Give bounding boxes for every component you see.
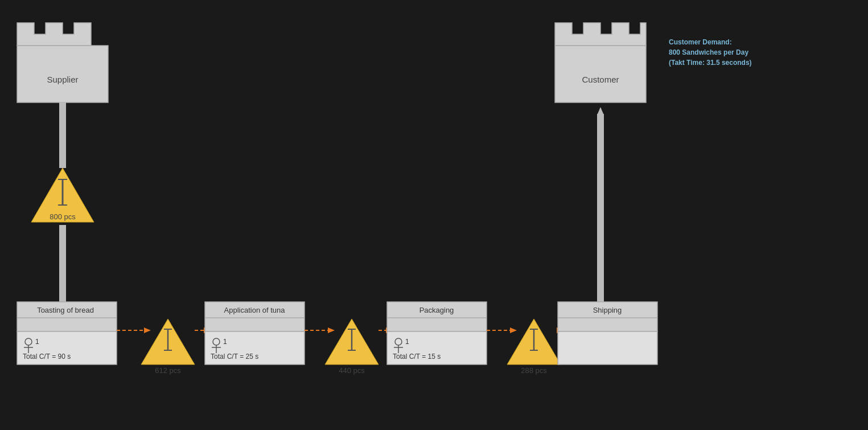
toast-label: Toasting of bread [37, 306, 94, 314]
toast-cycle: Total C/T = 90 s [23, 353, 71, 361]
svg-rect-57 [558, 331, 657, 365]
tuna-cycle: Total C/T = 25 s [211, 353, 258, 361]
tuna-label: Application of tuna [224, 306, 286, 314]
svg-marker-49 [507, 319, 561, 365]
svg-rect-43 [387, 331, 487, 365]
svg-marker-26 [204, 327, 211, 333]
svg-marker-1 [17, 23, 91, 46]
svg-marker-9 [31, 168, 94, 222]
packaging-cycle: Total C/T = 15 s [393, 353, 441, 361]
tuna-operators: 1 [223, 338, 227, 346]
customer-demand-line2: 800 Sandwiches per Day [669, 48, 748, 56]
svg-marker-54 [557, 327, 563, 333]
svg-rect-27 [205, 302, 305, 331]
svg-point-44 [395, 338, 402, 345]
svg-point-30 [213, 338, 220, 345]
svg-rect-13 [17, 302, 117, 331]
svg-marker-8 [597, 107, 604, 115]
svg-rect-15 [17, 331, 117, 365]
customer-demand-line1: Customer Demand: [669, 38, 732, 46]
customer-label: Customer [582, 75, 619, 84]
inv3-label: 440 pcs [339, 366, 365, 375]
svg-marker-3 [555, 23, 646, 46]
svg-marker-21 [141, 319, 195, 365]
customer-demand-line3: (Takt Time: 31.5 seconds) [669, 59, 752, 67]
svg-marker-48 [510, 327, 517, 333]
inv4-label: 288 pcs [521, 366, 547, 375]
svg-marker-20 [144, 327, 151, 333]
inv2-label: 612 pcs [155, 366, 181, 375]
svg-rect-2 [555, 46, 646, 103]
inv1-label: 800 pcs [50, 212, 76, 221]
svg-rect-55 [558, 302, 657, 331]
toast-operators: 1 [35, 338, 39, 346]
packaging-operators: 1 [405, 338, 409, 346]
svg-marker-6 [59, 301, 66, 309]
svg-marker-35 [325, 319, 379, 365]
supplier-label: Supplier [47, 75, 78, 84]
svg-rect-41 [387, 302, 487, 331]
svg-marker-34 [328, 327, 335, 333]
svg-point-16 [25, 338, 32, 345]
svg-marker-40 [386, 327, 393, 333]
packaging-label: Packaging [419, 306, 454, 314]
svg-rect-29 [205, 331, 305, 365]
svg-rect-0 [17, 46, 108, 103]
shipping-label: Shipping [593, 306, 622, 314]
